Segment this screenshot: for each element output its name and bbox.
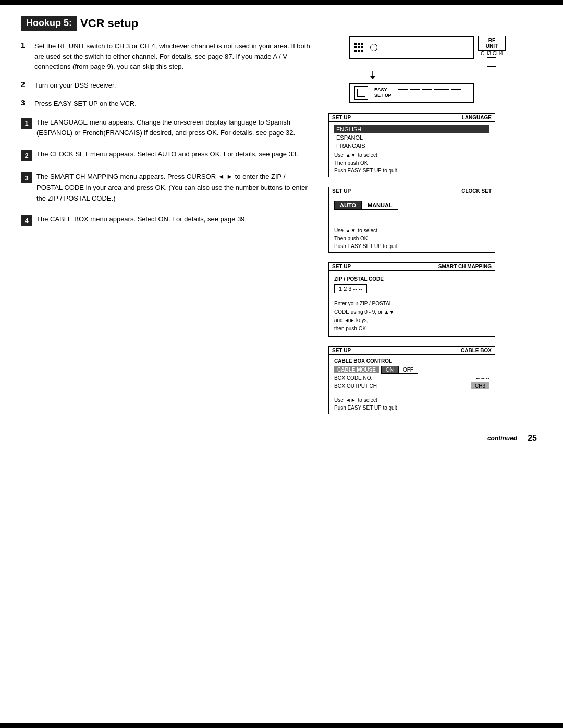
box-code-row: BOX CODE NO. -- -- -- [334,375,489,381]
svg-marker-1 [370,76,375,79]
step-2-text: Turn on your DSS receiver. [34,80,116,91]
zip-label: ZIP / POSTAL CODE [334,276,489,282]
step-1: 1 Set the RF UNIT switch to CH 3 or CH 4… [21,41,313,72]
manual-toggle: MANUAL [362,201,398,210]
easy-set-label: EASYSET UP [374,87,391,98]
vcr-btn-2 [410,89,420,96]
box-step-4-number: 4 [21,215,32,226]
vcr-button-row [398,89,461,96]
step-1-text: Set the RF UNIT switch to CH 3 or CH 4, … [34,41,313,72]
box-step-2-number: 2 [21,150,32,161]
cable-select-text: to select [358,397,377,403]
clock-then-row: Then push OK [334,236,489,241]
clock-push-row: Push EASY SET UP to quit [334,243,489,249]
hookup-label: Hookup 5: [21,16,77,31]
lr-arrows: ◄► [346,397,356,403]
up-down-arrows-1: ▲▼ [346,152,356,158]
step-3-number: 3 [21,98,31,107]
language-push-text: Push EASY SET UP to quit [334,168,397,174]
language-header-right: LANGUAGE [462,115,492,120]
cable-mouse-row: CABLE MOUSE ON OFF [334,366,489,374]
box-step-4: 4 The CABLE BOX menu appears. Select ON.… [21,214,313,226]
language-then-row: Then push OK [334,160,489,166]
language-use-row: Use ▲▼ to select [334,152,489,158]
dss-grid-icon [354,43,364,52]
zip-desc-4: then push OK [334,325,489,333]
box-output-label: BOX OUTPUT CH [334,383,377,389]
zip-description: Enter your ZIP / POSTAL CODE using 0 - 9… [334,300,489,333]
cable-use-row: Use ◄► to select [334,397,489,403]
cable-box-header: SET UP CABLE BOX [329,347,495,355]
rf-unit-area: RF UNIT CH3 CH4 [478,36,506,67]
box-step-3-text: The SMART CH MAPPING menu appears. Press… [36,171,313,204]
zip-desc-2: CODE using 0 - 9, or ▲▼ [334,308,489,316]
cable-header-left: SET UP [332,348,351,353]
box-output-row: BOX OUTPUT CH CH3 [334,382,489,389]
rf-unit-label: RF UNIT [482,38,502,49]
clock-set-header: SET UP CLOCK SET [329,187,495,195]
vcr-front-btn [354,86,368,100]
clock-then-text: Then push OK [334,236,368,241]
box-code-value: -- -- -- [476,375,489,381]
clock-set-body: AUTO MANUAL Use ▲▼ to select Then push O… [329,195,495,252]
cable-box-panel: SET UP CABLE BOX CABLE BOX CONTROL CABLE… [328,346,495,414]
step-1-number: 1 [21,41,31,50]
clock-header-left: SET UP [332,188,351,194]
bottom-rule [21,429,542,429]
language-header-left: SET UP [332,115,351,120]
clock-select-label: to select [358,228,377,233]
box-step-1-text: The LANGUAGE menu appears. Change the on… [36,117,313,139]
cable-mouse-label: CABLE MOUSE [334,366,379,373]
vcr-btn-3 [422,89,432,96]
language-panel-header: SET UP LANGUAGE [329,114,495,122]
box-step-3-number: 3 [21,172,32,183]
box-code-label: BOX CODE NO. [334,375,372,381]
language-item-espanol: ESPANOL [334,133,489,142]
language-use-label: Use [334,152,344,158]
language-panel-body: ENGLISH ESPANOL FRANCAIS Use ▲▼ to selec… [329,122,495,177]
zip-desc-1: Enter your ZIP / POSTAL [334,300,489,308]
off-btn: OFF [398,366,418,374]
clock-header-right: CLOCK SET [461,188,492,194]
ch-select-box [487,57,496,67]
page-number: 25 [528,434,537,443]
clock-use-label: Use [334,228,344,233]
smart-header-left: SET UP [332,264,351,269]
vcr-btn-4 [451,89,461,96]
hookup-header: Hookup 5: VCR setup [21,16,542,31]
left-column: 1 Set the RF UNIT switch to CH 3 or CH 4… [21,41,313,424]
cable-box-body: CABLE BOX CONTROL CABLE MOUSE ON OFF BOX… [329,355,495,414]
cable-header-right: CABLE BOX [461,348,492,353]
box-step-2-text: The CLOCK SET menu appears. Select AUTO … [36,149,298,160]
page-container: Hookup 5: VCR setup 1 Set the RF UNIT sw… [0,0,563,728]
vcr-box: EASYSET UP [349,83,474,103]
connect-arrow-1 [365,71,381,79]
on-btn: ON [381,366,398,374]
step-3: 3 Press EASY SET UP on the VCR. [21,98,313,109]
right-column: RF UNIT CH3 CH4 [328,41,506,424]
language-then-text: Then push OK [334,160,368,166]
step-3-text: Press EASY SET UP on the VCR. [34,98,137,109]
on-off-toggle: ON OFF [381,366,418,374]
top-bar [0,0,563,5]
clock-use-row: Use ▲▼ to select [334,228,489,233]
cable-push-row: Push EASY SET UP to quit [334,405,489,411]
up-down-arrows-3: ▲▼ [384,309,395,315]
box-step-4-text: The CABLE BOX menu appears. Select ON. F… [36,214,247,225]
zip-desc-3: and ◄► keys, [334,316,489,325]
zip-input-box: 1 2 3 -- -- [334,284,367,293]
continued-label: continued [487,435,517,442]
rf-unit-box: RF UNIT [478,36,506,51]
clock-push-text: Push EASY SET UP to quit [334,243,397,249]
dss-receiver-box [349,36,474,59]
bottom-bar [0,723,563,728]
auto-toggle: AUTO [334,201,362,210]
language-item-english: ENGLISH [334,125,489,133]
box-step-1-number: 1 [21,118,32,129]
top-diagram-area: RF UNIT CH3 CH4 [328,36,506,103]
box-step-3: 3 The SMART CH MAPPING menu appears. Pre… [21,171,313,204]
auto-manual-toggle: AUTO MANUAL [334,201,489,210]
language-select-label: to select [358,152,377,158]
cable-control-label: CABLE BOX CONTROL [334,358,489,364]
smart-header-right: SMART CH MAPPING [438,264,492,269]
